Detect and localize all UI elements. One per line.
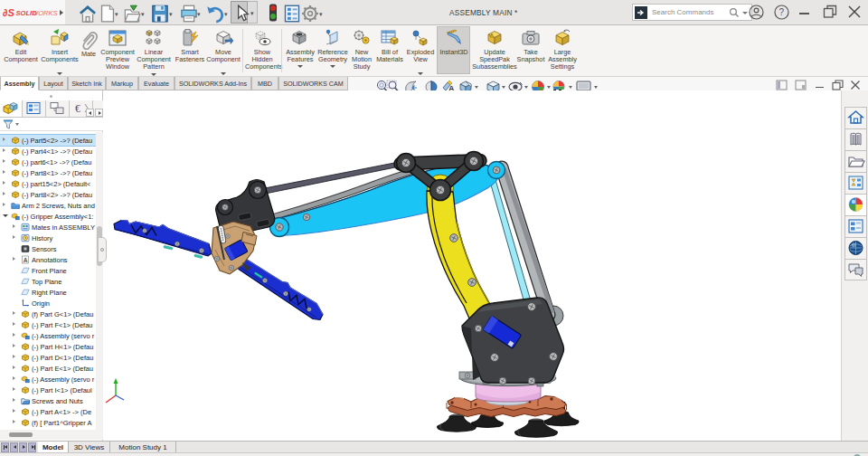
svg-text:?: ? [779, 7, 785, 17]
svg-text:∂S: ∂S [3, 7, 14, 18]
svg-text:€: € [75, 102, 80, 115]
svg-text:!: ! [491, 33, 492, 38]
svg-text:WORKS: WORKS [32, 9, 58, 17]
